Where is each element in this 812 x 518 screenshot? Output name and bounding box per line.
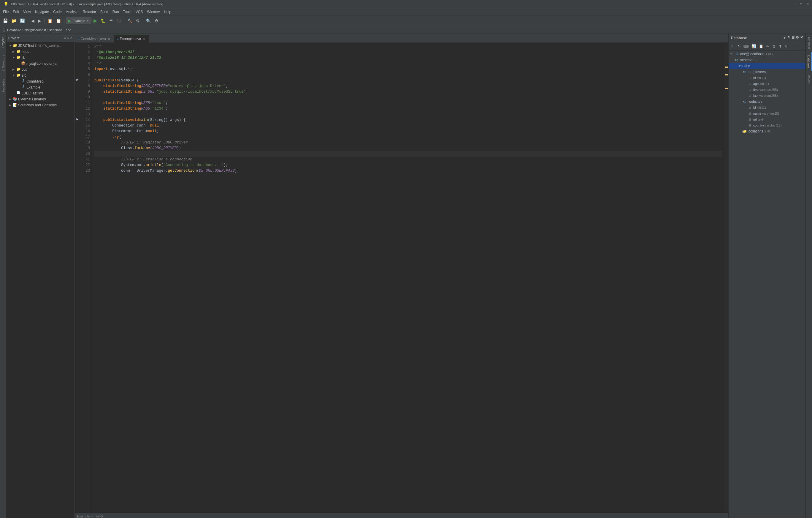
db-new-btn[interactable]: ＋	[730, 43, 736, 49]
db-refresh-icon[interactable]: ↻	[787, 35, 790, 40]
toolbar-open[interactable]: 📁	[10, 18, 18, 24]
toolbar-back[interactable]: ◀	[30, 18, 36, 24]
db-export-btn[interactable]: ⬆	[778, 44, 783, 49]
gutter-marker-6	[75, 71, 80, 77]
breadcrumb-connection[interactable]: abc@localhost	[24, 28, 46, 32]
line12-indent	[94, 106, 103, 112]
breadcrumb-schemas[interactable]: schemas	[49, 28, 62, 32]
run-config-selector[interactable]: ▶ Example ▼	[66, 18, 91, 24]
toolbar-forward[interactable]: ▶	[36, 18, 43, 24]
code-editor[interactable]: ▶ ▶ 12345 678910 1112131415 1617181920 2…	[75, 43, 728, 513]
code-content[interactable]: /** * @author joker1937 * @date 2018-12-…	[92, 43, 724, 513]
close-button[interactable]: ✕	[806, 2, 810, 6]
project-close-icon[interactable]: ✕	[70, 36, 73, 40]
db-close-icon[interactable]: ✕	[800, 35, 803, 40]
line9-string: String	[128, 89, 141, 95]
menu-code[interactable]: Code	[51, 9, 63, 15]
menu-vcs[interactable]: VCS	[134, 9, 145, 15]
code-line-23: conn = DriverManager.getConnection(DB_UR…	[94, 168, 722, 174]
db-item-web-id[interactable]: ⊞ id int(11)	[729, 105, 806, 110]
toolbar-run-button[interactable]: ▶	[92, 17, 98, 24]
tab-connmysql-close[interactable]: ✕	[107, 37, 111, 41]
db-item-abc[interactable]: ▼ 🗃 abc	[729, 63, 806, 69]
db-item-employees[interactable]: ▼ ⊟ employees	[729, 69, 806, 75]
minimize-button[interactable]: ─	[792, 2, 796, 6]
breadcrumb-abc[interactable]: abc	[66, 28, 71, 32]
toolbar-sync[interactable]: 🔄	[19, 18, 26, 24]
toolbar-copy-path[interactable]: 📋	[46, 18, 54, 24]
structure-tab-left[interactable]: 2: Structure	[1, 51, 6, 75]
tab-example[interactable]: J Example.java ✕	[114, 35, 149, 43]
tab-example-close[interactable]: ✕	[142, 37, 146, 41]
db-item-emp-age[interactable]: ⊞ age int(11)	[729, 81, 806, 87]
tree-item-src[interactable]: ▼ 📁 src	[6, 73, 75, 78]
menu-build[interactable]: Build	[98, 9, 110, 15]
tree-item-example[interactable]: J Example	[6, 84, 75, 90]
maximize-button[interactable]: ◻	[799, 2, 803, 6]
menu-navigate[interactable]: Navigate	[33, 9, 51, 15]
db-item-emp-id[interactable]: ⊞ id int(11)	[729, 75, 806, 81]
ant-build-tab[interactable]: Ant Build	[806, 34, 811, 52]
database-right-tab[interactable]: Database	[806, 52, 812, 71]
db-console-btn[interactable]: ⌨	[742, 44, 750, 49]
favorites-tab[interactable]: Favorites	[1, 75, 6, 96]
tree-item-root[interactable]: ▼ 📁 JDBCTest D:\IDEA_worksp...	[6, 43, 75, 49]
project-collapse-icon[interactable]: ≡	[67, 36, 69, 40]
gutter-14[interactable]: ▶	[75, 116, 80, 122]
maven-tab[interactable]: Maven	[806, 72, 811, 86]
tree-item-iml[interactable]: 📄 JDBCTest.iml	[6, 90, 75, 96]
db-refresh-btn[interactable]: ↻	[736, 44, 742, 49]
toolbar-paste[interactable]: 📋	[55, 18, 63, 24]
project-settings-icon[interactable]: ⚙	[63, 36, 66, 40]
emp-age-col-icon: ⊞	[747, 81, 752, 86]
menu-window[interactable]: Window	[145, 9, 162, 15]
tab-connmysql[interactable]: J ConnMysql.java ✕	[75, 35, 114, 43]
toolbar-build2-button[interactable]: ⚙	[135, 18, 141, 24]
root-label: JDBCTest	[18, 44, 34, 48]
db-item-web-country[interactable]: ⊞ country varchar(10)	[729, 122, 806, 128]
db-filter-icon[interactable]: ⊟	[791, 35, 794, 40]
main-layout: Project 2: Structure Favorites Project ⚙…	[0, 34, 812, 518]
db-settings-icon[interactable]: ⚙	[796, 35, 799, 40]
tree-item-scratches[interactable]: ▶ 📝 Scratches and Consoles	[6, 102, 75, 108]
toolbar-stop-button[interactable]: ⬛	[115, 18, 122, 24]
db-item-collations[interactable]: ▶ 📁 collations 270	[729, 128, 806, 134]
db-schema-btn[interactable]: 📊	[750, 44, 757, 49]
db-item-emp-last[interactable]: ⊞ last varchar(255)	[729, 93, 806, 99]
db-item-schemas[interactable]: ▼ 🗂 schemas 1	[729, 57, 806, 63]
project-tab[interactable]: Project	[0, 34, 6, 51]
menu-edit[interactable]: Edit	[11, 9, 21, 15]
menu-view[interactable]: View	[21, 9, 33, 15]
toolbar-build-button[interactable]: 🔨	[126, 18, 134, 24]
menu-analyze[interactable]: Analyze	[64, 9, 81, 15]
db-item-connection[interactable]: ▼ 🖥 abc@localhost 1 of 7	[729, 51, 806, 57]
db-item-emp-first[interactable]: ⊞ first varchar(255)	[729, 87, 806, 93]
tree-item-ext-libs[interactable]: ▶ 📚 External Libraries	[6, 96, 75, 102]
toolbar-save[interactable]: 💾	[1, 18, 9, 24]
toolbar-settings[interactable]: ⚙	[153, 18, 160, 24]
tree-item-idea[interactable]: ▶ 📁 .idea	[6, 49, 75, 55]
db-add-icon[interactable]: ＋	[783, 35, 786, 40]
menu-file[interactable]: File	[1, 9, 10, 15]
breadcrumb-database[interactable]: Database	[7, 28, 21, 32]
toolbar-coverage-button[interactable]: ☂	[108, 18, 115, 24]
db-item-web-url[interactable]: ⊞ url text	[729, 116, 806, 122]
menu-run[interactable]: Run	[111, 9, 121, 15]
tree-item-out[interactable]: ▶ 📁 out	[6, 66, 75, 73]
db-edit-btn[interactable]: ✏	[765, 44, 771, 49]
db-item-web-name[interactable]: ⊞ name varchar(20)	[729, 110, 806, 116]
db-filter-btn[interactable]: ▽	[784, 44, 788, 49]
menu-tools[interactable]: Tools	[121, 9, 133, 15]
db-item-websites[interactable]: ▼ ⊟ websites	[729, 99, 806, 105]
tree-item-lib[interactable]: ▼ 📁 lib	[6, 55, 75, 61]
tree-item-mysql-connector[interactable]: 📦 mysql-connector-ja...	[6, 61, 75, 66]
toolbar-search-everywhere[interactable]: 🔍	[145, 18, 152, 24]
db-delete-btn[interactable]: 🗑	[771, 44, 777, 49]
line11-val: "root"	[152, 100, 166, 106]
tree-item-connmysql[interactable]: J ConnMysql	[6, 78, 75, 84]
toolbar-debug-button[interactable]: 🐛	[99, 18, 107, 24]
menu-refactor[interactable]: Refactor	[81, 9, 98, 15]
gutter-marker-7[interactable]: ▶	[75, 77, 80, 82]
menu-help[interactable]: Help	[162, 9, 173, 15]
db-table-btn[interactable]: 📋	[758, 44, 764, 49]
